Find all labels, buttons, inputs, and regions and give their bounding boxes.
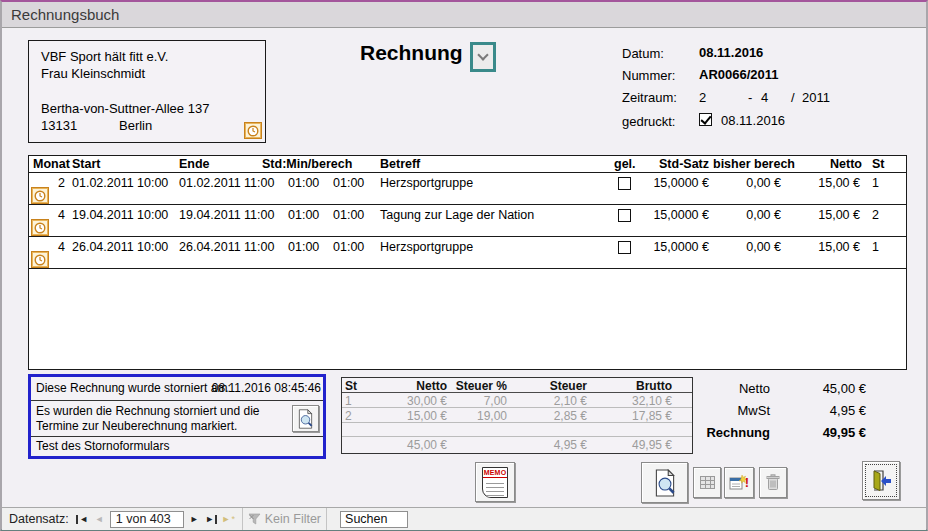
print-preview-button[interactable]	[641, 462, 688, 503]
gedruckt-label: gedruckt:	[622, 114, 675, 129]
last-record-bar	[215, 515, 217, 524]
table-row[interactable]: 4 26.04.2011 10:00 26.04.2011 11:00 01:0…	[29, 237, 906, 269]
cell-start-time[interactable]: 10:00	[137, 208, 168, 222]
cell-st[interactable]: 1	[872, 240, 879, 254]
cell-betreff[interactable]: Herzsportgruppe	[380, 240, 473, 254]
edit-form-button[interactable]: !	[724, 467, 754, 498]
storno-date-section: Diese Rechnung wurde storniert am: 08.11…	[31, 377, 323, 401]
storno-timestamp[interactable]: 08.11.2016 08:45:46	[212, 381, 321, 395]
tax-col-brutto: Brutto	[597, 379, 672, 393]
cell-std[interactable]: 01:00	[288, 208, 319, 222]
cell-end-time[interactable]: 11:00	[244, 240, 274, 254]
rechnungsbuch-window: Rechnungsbuch VBF Sport hält fitt e.V. F…	[0, 0, 928, 531]
close-form-button[interactable]	[862, 461, 900, 500]
cell-betreff[interactable]: Herzsportgruppe	[380, 176, 473, 190]
cell-netto[interactable]: 15,00 €	[771, 208, 860, 222]
memo-icon-lines	[486, 480, 504, 498]
recipient-city: Berlin	[119, 118, 152, 133]
window-titlebar: Rechnungsbuch	[2, 2, 926, 28]
cell-bisher-berech[interactable]: 0,00 €	[689, 176, 781, 190]
cell-start-time[interactable]: 10:00	[137, 240, 168, 254]
memo-button[interactable]: MEMO	[475, 462, 515, 502]
zeitraum-jahr-field[interactable]: 2011	[802, 90, 830, 105]
last-record-button[interactable]: ►	[203, 511, 220, 527]
first-record-button[interactable]: ◄	[74, 511, 91, 527]
tax-cell-netto: 15,00 €	[367, 409, 447, 423]
cell-std[interactable]: 01:00	[288, 176, 319, 190]
netto-value: 45,00 €	[778, 381, 866, 396]
tax-summary-table: St Netto Steuer % Steuer Brutto 1 30,00 …	[341, 377, 693, 454]
storno-note-line2: Termine zur Neuberechnung markiert.	[36, 419, 237, 433]
cell-start-time[interactable]: 10:00	[137, 176, 168, 190]
cell-netto[interactable]: 15,00 €	[771, 240, 860, 254]
nummer-value[interactable]: AR0066/2011	[699, 67, 779, 82]
cell-berech[interactable]: 01:00	[333, 240, 364, 254]
document-search-icon	[297, 409, 314, 429]
tax-cell-st: 1	[345, 394, 352, 408]
datasheet-button[interactable]	[693, 467, 721, 498]
cell-bisher-berech[interactable]: 0,00 €	[689, 208, 781, 222]
zeitraum-von-field[interactable]: 2	[699, 90, 706, 105]
recipient-org: VBF Sport hält fitt e.V.	[41, 49, 168, 64]
clock-icon[interactable]	[31, 187, 49, 204]
navbar-divider	[242, 508, 243, 530]
rechnung-value: 49,95 €	[778, 425, 866, 440]
cell-end-date[interactable]: 19.04.2011	[179, 208, 241, 222]
zeitraum-bis-field[interactable]: 4	[761, 90, 768, 105]
cell-std[interactable]: 01:00	[288, 240, 319, 254]
cell-berech[interactable]: 01:00	[333, 176, 364, 190]
tax-cell-steuer: 2,10 €	[517, 394, 587, 408]
storno-preview-button[interactable]	[292, 405, 319, 432]
cell-st[interactable]: 2	[872, 208, 879, 222]
filter-funnel-icon	[248, 513, 261, 525]
zeitraum-slash: /	[791, 90, 795, 105]
cell-start-date[interactable]: 26.04.2011	[72, 240, 134, 254]
page-title: Rechnung	[360, 41, 463, 65]
cell-start-date[interactable]: 01.02.2011	[72, 176, 134, 190]
search-input[interactable]: Suchen	[340, 511, 408, 528]
col-ende: Ende	[179, 157, 210, 171]
cell-st[interactable]: 1	[872, 176, 879, 190]
positions-table-header: Monat Start Ende Std:Min/berech Betreff …	[29, 156, 906, 173]
tax-cell-steuer: 2,85 €	[517, 409, 587, 423]
cell-end-date[interactable]: 01.02.2011	[179, 176, 241, 190]
next-record-button[interactable]: ►	[186, 511, 203, 527]
tax-cell-proz: 7,00	[452, 394, 507, 408]
cell-netto[interactable]: 15,00 €	[771, 176, 860, 190]
clock-icon[interactable]	[244, 122, 262, 139]
new-record-button[interactable]: ► *	[220, 511, 237, 527]
clock-icon[interactable]	[31, 219, 49, 236]
tax-cell-brutto: 17,85 €	[597, 409, 672, 423]
rechnung-label: Rechnung	[692, 425, 770, 440]
cell-end-time[interactable]: 11:00	[244, 208, 274, 222]
storno-form-text[interactable]: Test des Stornoformulars	[36, 439, 169, 453]
cell-betreff[interactable]: Tagung zur Lage der Nation	[380, 208, 534, 222]
clock-icon[interactable]	[31, 251, 49, 268]
previous-record-button[interactable]: ◄	[91, 511, 108, 527]
cell-end-date[interactable]: 26.04.2011	[179, 240, 241, 254]
datum-value[interactable]: 08.11.2016	[699, 45, 763, 60]
cell-bisher-berech[interactable]: 0,00 €	[689, 240, 781, 254]
cell-berech[interactable]: 01:00	[333, 208, 364, 222]
memo-icon-label: MEMO	[483, 468, 507, 478]
table-row[interactable]: 4 19.04.2011 10:00 19.04.2011 11:00 01:0…	[29, 205, 906, 237]
gedruckt-datum[interactable]: 08.11.2016	[721, 113, 785, 128]
record-position-field[interactable]: 1 von 403	[110, 511, 184, 528]
invoice-type-dropdown[interactable]	[470, 42, 496, 72]
tax-total-brutto: 49,95 €	[597, 438, 672, 452]
table-row[interactable]: 2 01.02.2011 10:00 01.02.2011 11:00 01:0…	[29, 173, 906, 205]
new-record-star: *	[231, 515, 235, 524]
cell-start-date[interactable]: 19.04.2011	[72, 208, 134, 222]
col-start: Start	[72, 157, 100, 171]
recipient-address-box[interactable]: VBF Sport hält fitt e.V. Frau Kleinschmi…	[28, 40, 266, 143]
storno-note-section: Es wurden die Rechnung storniert und die…	[31, 401, 323, 437]
first-record-bar	[76, 515, 78, 524]
tax-col-proz: Steuer %	[452, 379, 507, 393]
col-betreff: Betreff	[380, 157, 420, 171]
gedruckt-checkbox[interactable]	[699, 113, 712, 126]
mwst-label: MwSt	[692, 403, 770, 418]
invoice-form: VBF Sport hält fitt e.V. Frau Kleinschmi…	[2, 28, 926, 507]
cell-end-time[interactable]: 11:00	[244, 176, 274, 190]
delete-button[interactable]	[759, 467, 787, 498]
filter-toggle-button[interactable]: Kein Filter	[248, 512, 321, 526]
